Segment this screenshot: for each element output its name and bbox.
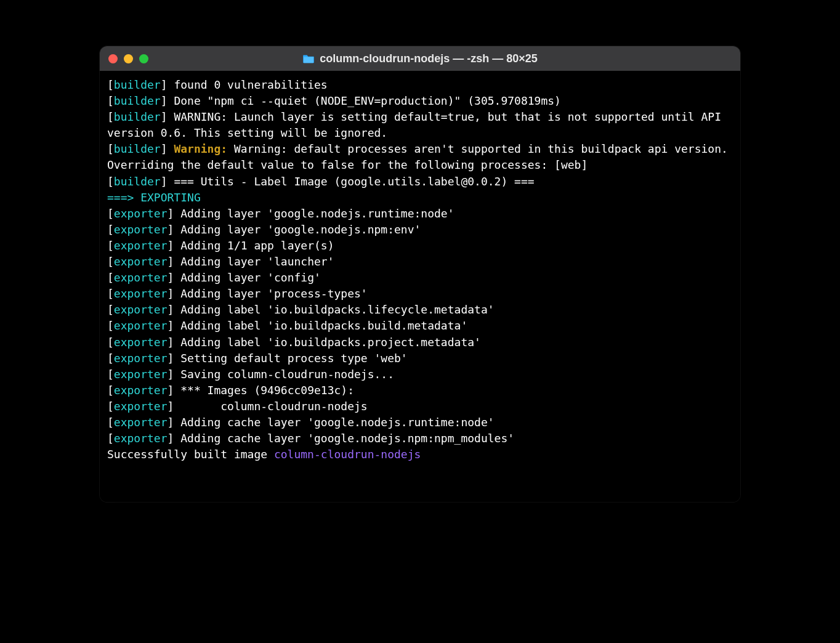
traffic-lights	[108, 54, 148, 63]
segment-tag: exporter	[114, 223, 168, 236]
terminal-line: [exporter] Saving column-cloudrun-nodejs…	[107, 366, 733, 382]
segment-tag: exporter	[114, 336, 168, 349]
segment-tag: builder	[114, 110, 161, 123]
segment-warn: Warning:	[174, 142, 227, 155]
terminal-output[interactable]: [builder] found 0 vulnerabilities[builde…	[100, 71, 740, 502]
segment-bracket: [	[107, 368, 114, 381]
segment-bracket: ]	[168, 287, 181, 300]
segment-bracket: [	[107, 384, 114, 397]
segment-bracket: ]	[161, 110, 174, 123]
segment-bracket: [	[107, 271, 114, 284]
segment-plain: Adding label 'io.buildpacks.project.meta…	[180, 336, 481, 349]
segment-bracket: [	[107, 432, 114, 445]
segment-plain: Setting default process type 'web'	[180, 352, 407, 365]
maximize-button[interactable]	[139, 54, 148, 63]
segment-bracket: [	[107, 175, 114, 188]
segment-bracket: [	[107, 207, 114, 220]
segment-bracket: ]	[168, 352, 181, 365]
segment-bracket: ]	[168, 207, 181, 220]
segment-tag: exporter	[114, 400, 168, 413]
segment-bracket: ]	[168, 336, 181, 349]
segment-tag: exporter	[114, 207, 168, 220]
segment-tag: exporter	[114, 432, 168, 445]
segment-plain: Done "npm ci --quiet (NODE_ENV=productio…	[174, 94, 561, 107]
terminal-line: [exporter] Adding label 'io.buildpacks.b…	[107, 318, 733, 334]
segment-bracket: ]	[168, 303, 181, 316]
terminal-line: [builder] WARNING: Launch layer is setti…	[107, 109, 733, 141]
segment-tag: exporter	[114, 368, 168, 381]
segment-bracket: [	[107, 223, 114, 236]
segment-bracket: [	[107, 78, 114, 91]
segment-plain: Adding 1/1 app layer(s)	[180, 239, 334, 252]
segment-tag: exporter	[114, 303, 168, 316]
terminal-line: [builder] Done "npm ci --quiet (NODE_ENV…	[107, 93, 733, 109]
segment-bracket: ]	[168, 271, 181, 284]
segment-bracket: [	[107, 287, 114, 300]
close-button[interactable]	[108, 54, 118, 63]
segment-imgname: column-cloudrun-nodejs	[274, 448, 421, 461]
segment-plain: Adding layer 'config'	[180, 271, 321, 284]
segment-tag: builder	[114, 175, 161, 188]
segment-plain: *** Images (9496cc09e13c):	[180, 384, 354, 397]
terminal-line: [exporter] Adding layer 'launcher'	[107, 254, 733, 270]
segment-bracket: ]	[168, 400, 181, 413]
terminal-line: [exporter] Adding layer 'google.nodejs.r…	[107, 206, 733, 222]
terminal-line: [exporter] Adding layer 'config'	[107, 270, 733, 286]
segment-plain: found 0 vulnerabilities	[174, 78, 327, 91]
terminal-line: [builder] Warning: Warning: default proc…	[107, 141, 733, 173]
segment-plain: Adding layer 'google.nodejs.runtime:node…	[180, 207, 454, 220]
segment-bracket: [	[107, 319, 114, 332]
segment-tag: builder	[114, 94, 161, 107]
minimize-button[interactable]	[124, 54, 133, 63]
terminal-line: [builder] === Utils - Label Image (googl…	[107, 174, 733, 190]
segment-plain: Saving column-cloudrun-nodejs...	[180, 368, 394, 381]
segment-bracket: [	[107, 416, 114, 429]
segment-plain: Adding label 'io.buildpacks.build.metada…	[180, 319, 467, 332]
segment-tag: exporter	[114, 287, 168, 300]
terminal-line: [exporter] Adding 1/1 app layer(s)	[107, 238, 733, 254]
segment-tag: exporter	[114, 352, 168, 365]
terminal-line: [exporter] Adding label 'io.buildpacks.p…	[107, 334, 733, 350]
segment-bracket: [	[107, 255, 114, 268]
segment-bracket: ]	[168, 223, 181, 236]
segment-bracket: [	[107, 352, 114, 365]
segment-plain: === Utils - Label Image (google.utils.la…	[174, 175, 534, 188]
segment-bracket: ]	[161, 175, 174, 188]
terminal-line: [exporter] Adding layer 'google.nodejs.n…	[107, 222, 733, 238]
segment-bracket: ]	[168, 384, 181, 397]
segment-plain: column-cloudrun-nodejs	[180, 400, 367, 413]
segment-tag: exporter	[114, 239, 168, 252]
segment-tag: exporter	[114, 271, 168, 284]
segment-plain: Adding layer 'google.nodejs.npm:env'	[180, 223, 421, 236]
segment-plain: Adding cache layer 'google.nodejs.npm:np…	[180, 432, 514, 445]
segment-tag: exporter	[114, 384, 168, 397]
segment-bracket: [	[107, 94, 114, 107]
segment-bracket: ]	[168, 368, 181, 381]
terminal-line: [exporter] column-cloudrun-nodejs	[107, 398, 733, 415]
terminal-line: [exporter] *** Images (9496cc09e13c):	[107, 382, 733, 398]
terminal-line: [exporter] Setting default process type …	[107, 350, 733, 366]
segment-plain: Adding label 'io.buildpacks.lifecycle.me…	[180, 303, 494, 316]
terminal-line: [exporter] Adding cache layer 'google.no…	[107, 415, 733, 431]
segment-plain: Adding cache layer 'google.nodejs.runtim…	[180, 416, 494, 429]
segment-plain: WARNING: Launch layer is setting default…	[107, 110, 728, 139]
terminal-line: Successfully built image column-cloudrun…	[107, 447, 733, 463]
segment-bracket: ]	[161, 94, 174, 107]
segment-tag: exporter	[114, 319, 168, 332]
terminal-line: [exporter] Adding label 'io.buildpacks.l…	[107, 302, 733, 318]
segment-bracket: ]	[168, 432, 181, 445]
terminal-line: [builder] found 0 vulnerabilities	[107, 77, 733, 93]
folder-icon	[302, 54, 315, 63]
window-title-text: column-cloudrun-nodejs — -zsh — 80×25	[320, 52, 538, 65]
terminal-line: [exporter] Adding layer 'process-types'	[107, 286, 733, 302]
segment-bracket: [	[107, 110, 114, 123]
terminal-window: column-cloudrun-nodejs — -zsh — 80×25 [b…	[100, 46, 740, 502]
segment-plain: Successfully built image	[107, 448, 274, 461]
segment-bracket: [	[107, 303, 114, 316]
segment-tag: exporter	[114, 416, 168, 429]
titlebar[interactable]: column-cloudrun-nodejs — -zsh — 80×25	[100, 46, 740, 71]
segment-bracket: ]	[161, 78, 174, 91]
segment-bracket: [	[107, 400, 114, 413]
segment-bracket: [	[107, 142, 114, 155]
segment-bracket: ]	[168, 416, 181, 429]
